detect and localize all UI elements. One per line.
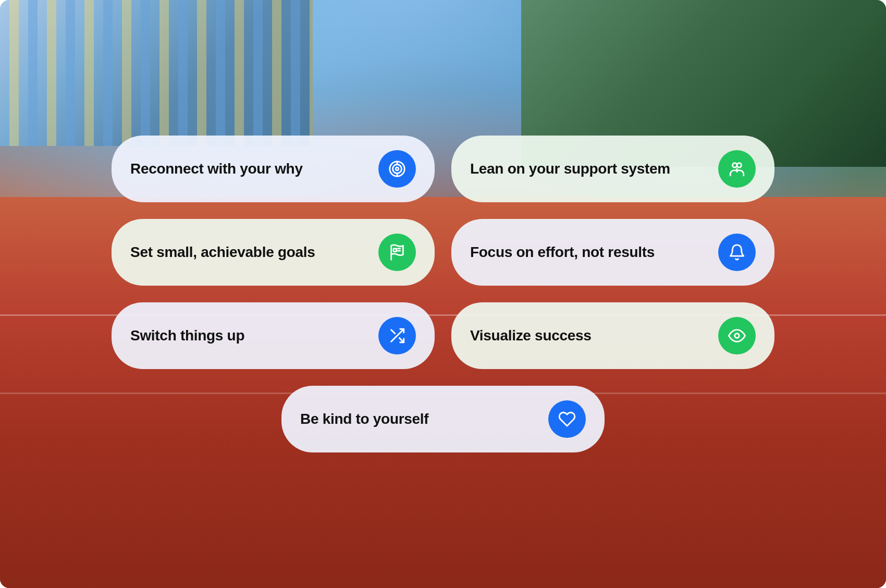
card-focus-effort-text: Focus on effort, not results xyxy=(470,244,718,261)
people-icon xyxy=(718,150,756,188)
svg-point-6 xyxy=(737,163,742,168)
card-switch-up[interactable]: Switch things up xyxy=(112,302,435,369)
card-visualize[interactable]: Visualize success xyxy=(451,302,774,369)
card-lean-support[interactable]: Lean on your support system xyxy=(451,136,774,202)
card-visualize-text: Visualize success xyxy=(470,327,718,344)
card-set-goals[interactable]: Set small, achievable goals xyxy=(112,219,435,286)
card-be-kind[interactable]: Be kind to yourself xyxy=(281,386,605,452)
shuffle-icon xyxy=(378,317,416,354)
flag-icon xyxy=(378,234,416,271)
row-4: Be kind to yourself xyxy=(78,386,808,452)
row-3: Switch things up Visualize success xyxy=(78,302,808,369)
svg-rect-9 xyxy=(393,249,397,252)
card-set-goals-text: Set small, achievable goals xyxy=(130,244,378,261)
card-focus-effort[interactable]: Focus on effort, not results xyxy=(451,219,774,286)
card-be-kind-text: Be kind to yourself xyxy=(300,411,548,427)
card-reconnect-text: Reconnect with your why xyxy=(130,161,378,177)
bell-icon xyxy=(718,234,756,271)
row-2: Set small, achievable goals Focus on eff… xyxy=(78,219,808,286)
card-switch-up-text: Switch things up xyxy=(130,327,378,344)
card-lean-support-text: Lean on your support system xyxy=(470,161,718,177)
svg-line-14 xyxy=(391,330,395,334)
card-reconnect[interactable]: Reconnect with your why xyxy=(112,136,435,202)
heart-icon xyxy=(548,400,586,438)
eye-icon xyxy=(718,317,756,354)
row-1: Reconnect with your why Lean on your sup… xyxy=(78,136,808,202)
svg-point-1 xyxy=(393,165,402,174)
main-container: Reconnect with your why Lean on your sup… xyxy=(0,0,886,588)
svg-point-2 xyxy=(396,167,399,170)
svg-point-15 xyxy=(735,334,740,338)
target-icon xyxy=(378,150,416,188)
